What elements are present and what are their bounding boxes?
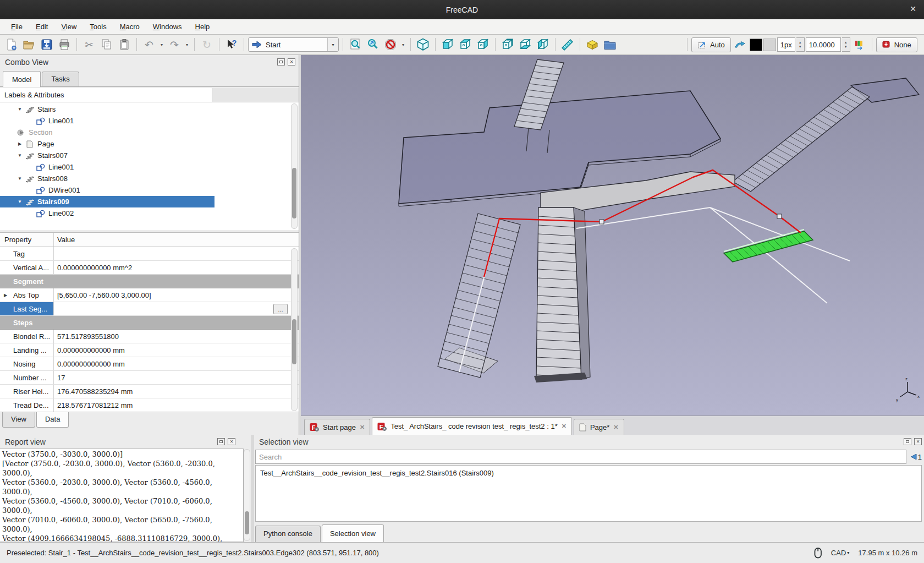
tree-item-stairs[interactable]: ▼Stairs — [0, 103, 215, 115]
arch-component-button[interactable] — [584, 37, 601, 53]
close-panel-icon[interactable]: ✕ — [288, 58, 295, 65]
selection-list[interactable]: Test__ArchStairs__code_revision_test__re… — [255, 465, 922, 522]
property-row-number[interactable]: Number ...17 — [0, 371, 299, 385]
close-panel-icon[interactable]: ✕ — [228, 438, 235, 445]
property-group-segment[interactable]: Segment — [0, 275, 299, 288]
float-panel-icon[interactable] — [904, 438, 911, 445]
draw-style-dropdown[interactable]: ▾ — [400, 42, 406, 47]
working-plane-auto-button[interactable]: Auto — [691, 37, 731, 52]
window-titlebar[interactable]: FreeCAD ✕ — [0, 0, 924, 19]
property-row-landing[interactable]: Landing ...0.000000000000 mm — [0, 343, 299, 357]
tree-item-stairs007[interactable]: ▼Stairs007 — [0, 150, 215, 161]
line-width-spinner[interactable]: ▲▼ — [796, 37, 805, 52]
property-row-riser-height[interactable]: Riser Hei...176.470588235294 mm — [0, 385, 299, 398]
selection-search-input[interactable] — [255, 450, 906, 464]
close-tab-icon[interactable]: ✕ — [613, 424, 618, 431]
measure-button[interactable] — [559, 37, 576, 53]
property-row-blondel[interactable]: Blondel R...571.517893551800 — [0, 330, 299, 343]
central-staircase[interactable] — [534, 207, 590, 382]
workbench-selector[interactable]: Start ▾ — [248, 37, 339, 52]
tab-tasks[interactable]: Tasks — [42, 72, 79, 86]
tab-data[interactable]: Data — [36, 412, 69, 428]
whats-this-button[interactable]: ? — [223, 37, 240, 53]
apply-style-button[interactable] — [851, 37, 868, 53]
global-scale-field[interactable]: 10.0000 — [806, 37, 841, 52]
view-right-button[interactable] — [475, 37, 491, 53]
report-log[interactable]: Vector (3750.0, -3030.0, 3000.0)] [Vecto… — [0, 449, 244, 542]
tree-scrollbar-thumb[interactable] — [292, 168, 296, 218]
spin-up-icon[interactable]: ▲ — [799, 40, 802, 45]
expander-icon[interactable]: ▶ — [4, 293, 7, 298]
cut-button[interactable]: ✂ — [81, 37, 97, 53]
edit-list-button[interactable]: ... — [273, 304, 288, 314]
report-view-header[interactable]: Report view ✕ — [0, 435, 251, 449]
menu-macro[interactable]: Macro — [113, 20, 146, 33]
float-panel-icon[interactable] — [277, 58, 285, 65]
tree-item-section[interactable]: Section — [0, 127, 215, 138]
report-scrollbar-thumb[interactable] — [245, 511, 249, 534]
tab-model[interactable]: Model — [3, 71, 41, 87]
zoom-selection-button[interactable] — [365, 37, 381, 53]
view-left-button[interactable] — [535, 37, 551, 53]
property-scrollbar-thumb[interactable] — [292, 319, 296, 364]
doc-tab-test-archstairs[interactable]: F Test_ ArchStairs_ code revision test_ … — [372, 417, 572, 435]
expander-icon[interactable]: ▼ — [15, 176, 24, 181]
view-top-button[interactable] — [457, 37, 474, 53]
selection-view-header[interactable]: Selection view ✕ — [254, 435, 924, 449]
tree-item-dwire001[interactable]: DWire001 — [0, 184, 215, 196]
tree-item-line002[interactable]: Line002 — [0, 207, 215, 219]
tree-item-stairs008[interactable]: ▼Stairs008 — [0, 173, 215, 184]
menu-windows[interactable]: Windows — [146, 20, 189, 33]
vertex-marker[interactable] — [777, 214, 782, 218]
tree-item-line001[interactable]: Line001 — [0, 115, 215, 127]
doc-tab-start-page[interactable]: F Start page ✕ — [304, 419, 370, 435]
view-front-button[interactable] — [439, 37, 456, 53]
property-row-tag[interactable]: Tag — [0, 247, 299, 261]
close-tab-icon[interactable]: ✕ — [360, 424, 365, 431]
view-isometric-button[interactable] — [415, 37, 431, 53]
menu-edit[interactable]: Edit — [29, 20, 54, 33]
tab-selection-view[interactable]: Selection view — [322, 524, 384, 542]
group-folder-button[interactable] — [602, 37, 618, 53]
undo-dropdown[interactable]: ▾ — [158, 42, 165, 47]
close-panel-icon[interactable]: ✕ — [914, 438, 922, 445]
spin-up-icon[interactable]: ▲ — [844, 40, 848, 45]
doc-tab-page[interactable]: Page* ✕ — [574, 419, 624, 435]
3d-scene[interactable]: z x y — [301, 55, 924, 416]
window-close-icon[interactable]: ✕ — [910, 4, 916, 13]
spin-down-icon[interactable]: ▼ — [844, 45, 848, 49]
property-scrollbar[interactable] — [291, 248, 298, 411]
snap-toggle-button[interactable] — [732, 37, 749, 53]
tree-item-stairs009-selected[interactable]: ▼Stairs009 — [0, 196, 215, 207]
report-scrollbar[interactable] — [244, 449, 250, 541]
draw-style-button[interactable] — [382, 37, 399, 53]
property-row-last-segment[interactable]: Last Seg...... — [0, 302, 299, 316]
face-color-swatch[interactable] — [763, 39, 776, 51]
tab-view[interactable]: View — [2, 412, 35, 428]
tab-python-console[interactable]: Python console — [255, 526, 321, 542]
tree-scrollbar[interactable] — [291, 103, 298, 229]
model-tree[interactable]: ▼Stairs Line001 Section ▶Page ▼Stairs007… — [0, 102, 299, 230]
tree-item-line001b[interactable]: Line001 — [0, 161, 215, 173]
fit-all-button[interactable] — [347, 37, 364, 53]
paste-button[interactable] — [116, 37, 133, 53]
property-row-abs-top[interactable]: ▶Abs Top[5,650.00 -7,560.00 3,000.00] — [0, 288, 299, 302]
global-scale-spinner[interactable]: ▲▼ — [842, 37, 850, 52]
copy-button[interactable] — [98, 37, 115, 53]
line-color-swatch[interactable] — [750, 39, 762, 51]
expander-icon[interactable]: ▶ — [15, 141, 24, 146]
property-row-tread-depth[interactable]: Tread De...218.576717081212 mm — [0, 398, 299, 412]
menu-file[interactable]: File — [4, 20, 29, 33]
property-row-nosing[interactable]: Nosing0.000000000000 mm — [0, 357, 299, 371]
open-button[interactable] — [21, 37, 37, 53]
menu-tools[interactable]: Tools — [83, 20, 113, 33]
vertex-marker[interactable] — [600, 220, 604, 224]
refresh-button[interactable]: ↻ — [199, 37, 215, 53]
pick-counter[interactable]: 1 — [909, 453, 922, 461]
redo-dropdown[interactable]: ▾ — [184, 42, 190, 47]
tree-item-page[interactable]: ▶Page — [0, 138, 215, 150]
expander-icon[interactable]: ▼ — [15, 153, 24, 158]
float-panel-icon[interactable] — [217, 438, 225, 445]
combo-view-header[interactable]: Combo View ✕ — [0, 55, 299, 69]
save-button[interactable] — [38, 37, 55, 53]
